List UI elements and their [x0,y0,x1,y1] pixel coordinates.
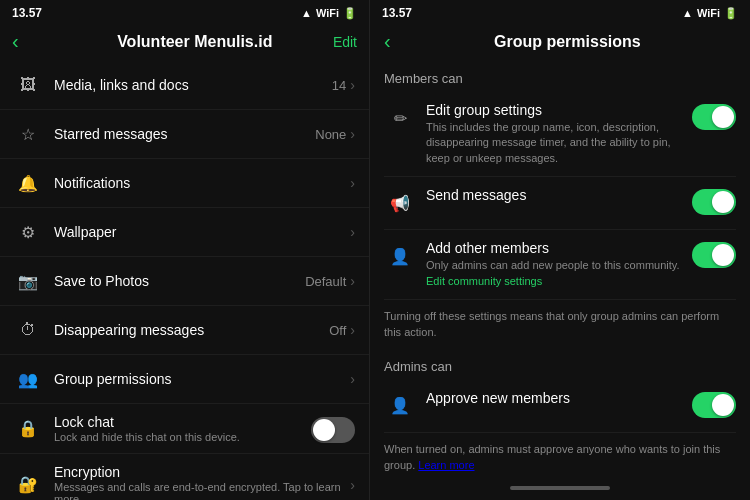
perm-add-members: 👤 Add other members Only admins can add … [384,230,736,300]
lockchat-label: Lock chat [54,414,311,430]
approve-desc: When turned on, admins must approve anyo… [384,433,736,480]
photos-chevron: › [350,273,355,289]
status-bar-right: 13.57 ▲ WiFi 🔋 [370,0,750,24]
send-messages-text: Send messages [426,187,692,203]
approve-title: Approve new members [426,390,692,406]
perm-edit-group: ✏ Edit group settings This includes the … [384,92,736,177]
admins-can-label: Admins can [384,349,736,380]
status-icons-right: ▲ WiFi 🔋 [682,7,738,20]
lockchat-sub: Lock and hide this chat on this device. [54,431,311,443]
menu-item-starred[interactable]: ☆ Starred messages None › [0,110,369,159]
signal-icon-r: ▲ [682,7,693,19]
send-messages-title: Send messages [426,187,692,203]
starred-label: Starred messages [54,126,315,142]
media-chevron: › [350,77,355,93]
perm-approve-members: 👤 Approve new members [384,380,736,433]
perm-send-messages: 📢 Send messages [384,177,736,230]
right-panel: 13.57 ▲ WiFi 🔋 ‹ Group permissions Membe… [370,0,750,500]
disappearing-badge: Off [329,323,346,338]
menu-item-photos[interactable]: 📷 Save to Photos Default › [0,257,369,306]
right-content: Members can ✏ Edit group settings This i… [370,61,750,480]
time-left: 13.57 [12,6,42,20]
media-icon: 🖼 [14,71,42,99]
home-indicator [510,486,610,490]
notifications-icon: 🔔 [14,169,42,197]
photos-badge: Default [305,274,346,289]
signal-icon: ▲ [301,7,312,19]
menu-item-lockchat[interactable]: 🔒 Lock chat Lock and hide this chat on t… [0,404,369,454]
menu-item-disappearing[interactable]: ⏱ Disappearing messages Off › [0,306,369,355]
battery-icon: 🔋 [343,7,357,20]
add-members-toggle[interactable] [692,242,736,268]
disappearing-chevron: › [350,322,355,338]
edit-group-toggle[interactable] [692,104,736,130]
approve-toggle[interactable] [692,392,736,418]
left-panel: 13.57 ▲ WiFi 🔋 ‹ Volunteer Menulis.id Ed… [0,0,370,500]
starred-chevron: › [350,126,355,142]
turning-off-info: Turning off these settings means that on… [384,300,736,349]
media-badge: 14 [332,78,346,93]
menu-item-media[interactable]: 🖼 Media, links and docs 14 › [0,61,369,110]
edit-button[interactable]: Edit [333,34,357,50]
add-members-perm-desc: Only admins can add new people to this c… [426,258,692,289]
menu-item-notifications[interactable]: 🔔 Notifications › [0,159,369,208]
disappearing-label: Disappearing messages [54,322,329,338]
encryption-label: Encryption [54,464,350,480]
wallpaper-label: Wallpaper [54,224,350,240]
time-right: 13.57 [382,6,412,20]
groupperm-icon: 👥 [14,365,42,393]
encryption-chevron: › [350,477,355,493]
edit-group-title: Edit group settings [426,102,692,118]
bottom-bar-right [370,480,750,500]
edit-group-icon: ✏ [384,102,416,134]
status-bar-left: 13.57 ▲ WiFi 🔋 [0,0,369,24]
menu-item-wallpaper[interactable]: ⚙ Wallpaper › [0,208,369,257]
approve-text: Approve new members [426,390,692,406]
menu-item-encryption[interactable]: 🔐 Encryption Messages and calls are end-… [0,454,369,500]
lockchat-toggle[interactable] [311,417,355,443]
wallpaper-chevron: › [350,224,355,240]
lockchat-icon: 🔒 [14,415,42,443]
edit-group-desc: This includes the group name, icon, desc… [426,120,692,166]
groupperm-label: Group permissions [54,371,350,387]
wifi-icon: WiFi [316,7,339,19]
add-members-perm-icon: 👤 [384,240,416,272]
photos-label: Save to Photos [54,273,305,289]
media-label: Media, links and docs [54,77,332,93]
status-icons-left: ▲ WiFi 🔋 [301,7,357,20]
send-messages-toggle[interactable] [692,189,736,215]
wifi-icon-r: WiFi [697,7,720,19]
menu-item-groupperm[interactable]: 👥 Group permissions › [0,355,369,404]
disappearing-icon: ⏱ [14,316,42,344]
add-members-perm-title: Add other members [426,240,692,256]
notifications-chevron: › [350,175,355,191]
edit-community-link[interactable]: Edit community settings [426,275,542,287]
right-header: ‹ Group permissions [370,24,750,61]
groupperm-chevron: › [350,371,355,387]
edit-group-text: Edit group settings This includes the gr… [426,102,692,166]
approve-icon: 👤 [384,390,416,422]
send-messages-icon: 📢 [384,187,416,219]
members-can-label: Members can [384,61,736,92]
starred-badge: None [315,127,346,142]
notifications-label: Notifications [54,175,350,191]
right-title: Group permissions [399,33,736,51]
photos-icon: 📷 [14,267,42,295]
starred-icon: ☆ [14,120,42,148]
back-button[interactable]: ‹ [12,30,19,53]
encryption-icon: 🔐 [14,471,42,499]
wallpaper-icon: ⚙ [14,218,42,246]
encryption-sub: Messages and calls are end-to-end encryp… [54,481,350,500]
add-members-perm-text: Add other members Only admins can add ne… [426,240,692,289]
right-back-button[interactable]: ‹ [384,30,391,53]
learn-more-link[interactable]: Learn more [418,459,474,471]
battery-icon-r: 🔋 [724,7,738,20]
group-title: Volunteer Menulis.id [27,33,363,51]
left-header: ‹ Volunteer Menulis.id Edit [0,24,369,61]
